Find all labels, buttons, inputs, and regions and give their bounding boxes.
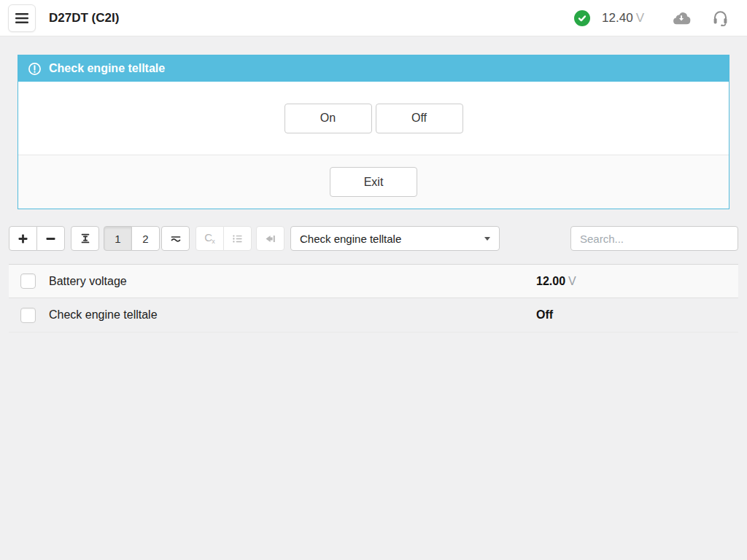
top-bar: D27DT (C2I) 12.40V xyxy=(0,0,747,36)
off-button[interactable]: Off xyxy=(376,104,463,133)
voltage-unit: V xyxy=(636,11,644,25)
remove-button[interactable] xyxy=(36,226,65,251)
signal-label: Battery voltage xyxy=(49,275,127,288)
clear-cx-icon: Cx xyxy=(204,232,214,245)
signal-table: Battery voltage 12.00V Check engine tell… xyxy=(9,264,738,332)
exit-button[interactable]: Exit xyxy=(330,167,417,197)
signal-value: 12.00V xyxy=(536,275,576,288)
headset-icon[interactable] xyxy=(713,9,728,26)
dialog-title: Check engine telltale xyxy=(49,62,165,75)
signal-toolbar: 1 2 Cx xyxy=(9,226,738,251)
line-tilde-icon xyxy=(169,232,182,245)
table-row[interactable]: Battery voltage 12.00V xyxy=(9,264,738,298)
waveform-button[interactable] xyxy=(161,226,190,251)
on-button[interactable]: On xyxy=(285,104,372,133)
dropdown-selected-value: Check engine telltale xyxy=(300,233,401,245)
disabled-tools-group: Cx xyxy=(196,226,252,251)
signal-unit: V xyxy=(568,275,576,287)
hamburger-icon xyxy=(15,12,28,24)
page-button-group: 1 2 xyxy=(104,226,160,251)
table-row[interactable]: Check engine telltale Off xyxy=(9,298,738,332)
alert-circle-icon xyxy=(28,62,42,76)
actuator-test-dialog: Check engine telltale On Off Exit xyxy=(18,55,729,209)
rewind-button xyxy=(256,226,285,251)
signal-select-dropdown[interactable]: Check engine telltale xyxy=(290,226,500,251)
list-icon xyxy=(231,233,244,245)
signal-label: Check engine telltale xyxy=(49,308,158,322)
signal-value: Off xyxy=(536,308,556,322)
arrow-left-to-bar-icon xyxy=(264,233,276,245)
search-input[interactable] xyxy=(570,226,738,251)
vertical-scale-icon xyxy=(79,232,92,245)
chevron-down-icon xyxy=(484,237,490,241)
menu-button[interactable] xyxy=(8,4,36,32)
clear-values-button: Cx xyxy=(196,226,224,251)
vertical-scale-button[interactable] xyxy=(71,226,99,251)
check-circle-icon xyxy=(574,10,590,26)
row-checkbox[interactable] xyxy=(20,308,36,323)
topbar-status-cluster: 12.40V xyxy=(574,9,747,26)
add-remove-group xyxy=(9,226,65,251)
add-button[interactable] xyxy=(9,226,37,251)
dialog-header: Check engine telltale xyxy=(18,55,729,82)
voltage-value: 12.40 xyxy=(602,11,633,25)
page-title: D27DT (C2I) xyxy=(49,11,119,26)
minus-icon xyxy=(45,233,56,244)
dialog-footer: Exit xyxy=(18,155,729,209)
page-2-button[interactable]: 2 xyxy=(131,226,160,251)
dialog-body: On Off xyxy=(18,82,729,155)
cloud-download-icon[interactable] xyxy=(672,11,691,25)
battery-voltage-readout: 12.40V xyxy=(602,11,644,26)
plus-icon xyxy=(18,233,28,244)
list-view-button xyxy=(223,226,252,251)
row-checkbox[interactable] xyxy=(20,273,36,289)
page-1-button[interactable]: 1 xyxy=(104,226,132,251)
